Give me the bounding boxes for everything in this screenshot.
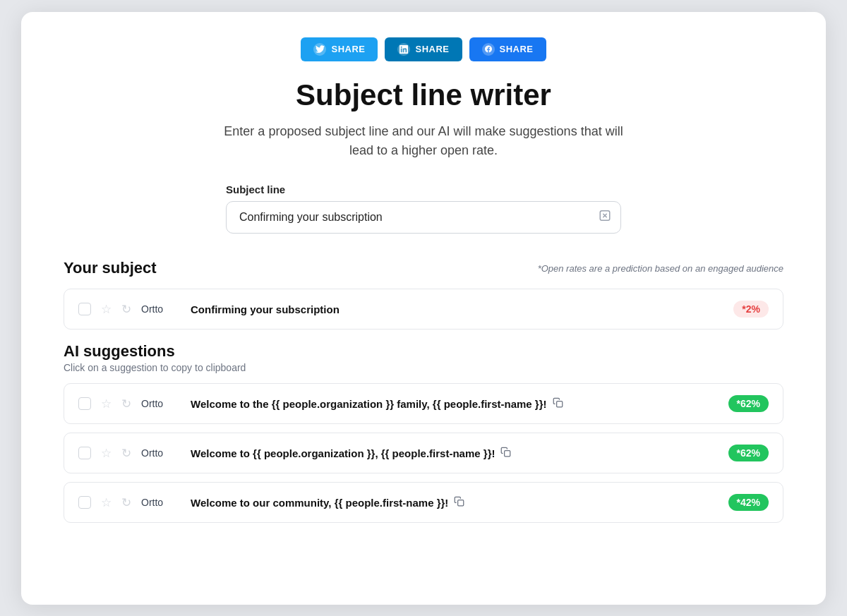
subject-row-text: Confirming your subscription [191,303,723,315]
suggestion-1-subject: Welcome to the {{ people.organization }}… [191,397,719,410]
facebook-icon [482,43,495,56]
linkedin-icon [397,43,410,56]
subject-row-star-icon[interactable]: ☆ [101,302,112,317]
ai-suggestions-section: AI suggestions Click on a suggestion to … [64,342,783,523]
open-rates-note: *Open rates are a prediction based on an… [538,263,783,274]
facebook-share-button[interactable]: SHARE [469,37,546,61]
input-clear-icon[interactable] [599,210,611,226]
subject-row-checkbox[interactable] [78,303,91,315]
your-subject-row[interactable]: ☆ ↻ Ortto Confirming your subscription *… [64,289,783,330]
suggestion-2-copy-icon[interactable] [500,447,511,459]
svg-rect-5 [458,500,464,506]
page-title: Subject line writer [64,78,783,112]
subject-row-loop-icon[interactable]: ↻ [121,302,131,317]
your-subject-section: Your subject *Open rates are a predictio… [64,259,783,330]
twitter-icon [313,43,326,56]
suggestion-2-checkbox[interactable] [78,447,91,459]
page-subtitle: Enter a proposed subject line and our AI… [64,122,783,162]
suggestion-2-loop-icon[interactable]: ↻ [121,446,131,461]
suggestion-3-star-icon[interactable]: ☆ [101,495,112,510]
suggestion-row-3[interactable]: ☆ ↻ Ortto Welcome to our community, {{ p… [64,482,783,523]
subject-line-section: Subject line [64,183,783,234]
suggestion-3-badge: *42% [728,494,769,511]
linkedin-share-button[interactable]: SHARE [385,37,462,61]
suggestion-row-2[interactable]: ☆ ↻ Ortto Welcome to {{ people.organizat… [64,433,783,473]
suggestion-1-copy-icon[interactable] [553,397,563,410]
subject-line-label: Subject line [226,183,285,195]
suggestion-2-badge: *62% [728,445,769,461]
svg-rect-3 [556,401,562,407]
linkedin-share-label: SHARE [415,44,449,54]
suggestion-2-star-icon[interactable]: ☆ [101,446,112,461]
suggestion-3-sender: Ortto [141,497,181,508]
ai-suggestions-hint: Click on a suggestion to copy to clipboa… [64,362,783,373]
subject-row-badge: *2% [733,301,769,318]
suggestion-3-copy-icon[interactable] [454,496,464,509]
suggestion-3-loop-icon[interactable]: ↻ [121,495,131,510]
twitter-share-button[interactable]: SHARE [301,37,378,61]
your-subject-title: Your subject [64,259,157,277]
suggestion-1-star-icon[interactable]: ☆ [101,397,112,411]
twitter-share-label: SHARE [331,44,365,54]
subject-line-input[interactable] [226,201,621,234]
subject-row-sender: Ortto [141,303,181,315]
suggestion-1-badge: *62% [728,395,769,412]
your-subject-header: Your subject *Open rates are a predictio… [64,259,783,277]
main-card: SHARE SHARE SHARE Subject line writer En… [21,12,826,605]
suggestion-row-1[interactable]: ☆ ↻ Ortto Welcome to the {{ people.organ… [64,383,783,424]
suggestion-2-sender: Ortto [141,447,181,459]
suggestion-3-checkbox[interactable] [78,496,91,509]
ai-suggestions-title: AI suggestions [64,342,175,360]
facebook-share-label: SHARE [500,44,534,54]
suggestion-1-loop-icon[interactable]: ↻ [121,397,131,411]
suggestion-3-subject: Welcome to our community, {{ people.firs… [191,496,719,509]
share-buttons-row: SHARE SHARE SHARE [64,37,783,61]
suggestion-1-checkbox[interactable] [78,397,91,410]
suggestion-1-sender: Ortto [141,398,181,409]
subject-line-input-wrap [226,201,621,234]
suggestion-2-subject: Welcome to {{ people.organization }}, {{… [191,447,719,459]
svg-rect-4 [505,451,510,457]
